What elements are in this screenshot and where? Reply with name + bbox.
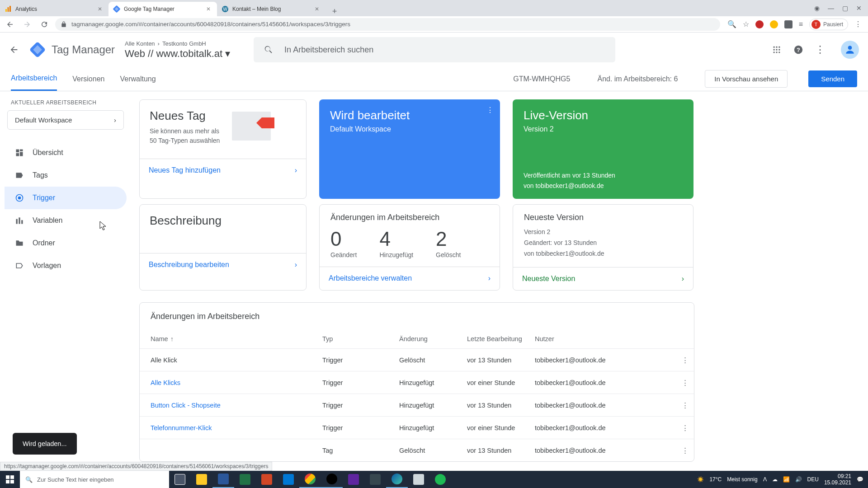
preview-button[interactable]: In Vorschau ansehen — [705, 70, 788, 88]
extension-icon[interactable] — [770, 20, 778, 28]
cell-user: tobibecker1@outlook.de — [535, 447, 670, 454]
cell-change: Hinzugefügt — [399, 402, 467, 409]
col-last-edit[interactable]: Letzte Bearbeitung — [467, 335, 535, 343]
table-row[interactable]: Button Click - Shopseite Trigger Hinzuge… — [140, 394, 694, 416]
tab-workspace[interactable]: Arbeitsbereich — [11, 67, 57, 91]
url-field[interactable]: tagmanager.google.com/#/container/accoun… — [55, 18, 720, 31]
volume-icon[interactable]: 🔊 — [795, 476, 802, 483]
close-icon[interactable]: ✕ — [98, 6, 104, 12]
browser-tab-analytics[interactable]: Analytics ✕ — [0, 2, 108, 16]
spotify-icon[interactable] — [429, 471, 451, 488]
close-icon[interactable]: ✕ — [206, 6, 212, 12]
close-window-icon[interactable]: ✕ — [856, 5, 862, 12]
gtm-back-button[interactable] — [9, 45, 20, 55]
bookmark-icon[interactable]: ☆ — [743, 20, 749, 28]
chrome-account-icon[interactable]: ◉ — [814, 5, 820, 12]
manage-workspaces-action[interactable]: Arbeitsbereiche verwalten › — [320, 267, 500, 290]
mail-icon[interactable] — [278, 471, 299, 488]
user-avatar[interactable] — [841, 41, 859, 59]
more-icon[interactable]: ⋮ — [815, 44, 826, 55]
table-row[interactable]: Tag Gelöscht vor 13 Stunden tobibecker1@… — [140, 439, 694, 461]
cell-type: Tag — [322, 447, 399, 454]
row-menu-icon[interactable]: ⋮ — [670, 402, 689, 409]
chrome-menu-icon[interactable]: ⋮ — [854, 20, 862, 28]
maximize-icon[interactable]: ▢ — [842, 5, 848, 12]
row-menu-icon[interactable]: ⋮ — [670, 379, 689, 386]
onedrive-icon[interactable]: ☁ — [772, 476, 778, 483]
col-name[interactable]: Name↑ — [151, 335, 322, 343]
taskbar-search[interactable]: 🔍 Zur Suche Text hier eingeben — [20, 471, 169, 488]
tab-admin[interactable]: Verwaltung — [120, 67, 156, 91]
app-icon[interactable] — [364, 471, 386, 488]
sidebar-item-folders[interactable]: Ordner — [5, 232, 127, 254]
gtm-logo[interactable]: Tag Manager — [30, 42, 115, 57]
extensions-menu-icon[interactable] — [784, 20, 793, 28]
workspace-selector[interactable]: Default Workspace › — [7, 110, 124, 130]
browser-tab-gtm[interactable]: Google Tag Manager ✕ — [108, 2, 217, 16]
live-version-card[interactable]: Live-Version Version 2 Veröffentlicht am… — [513, 99, 693, 199]
col-user[interactable]: Nutzer — [535, 335, 670, 343]
sidebar-item-variables[interactable]: Variablen — [5, 209, 127, 232]
excel-icon[interactable] — [234, 471, 256, 488]
tab-versions[interactable]: Versionen — [72, 67, 104, 91]
table-row[interactable]: Telefonnummer-Klick Trigger Hinzugefügt … — [140, 416, 694, 439]
col-change[interactable]: Änderung — [399, 335, 467, 343]
row-menu-icon[interactable]: ⋮ — [670, 357, 689, 364]
notifications-icon[interactable]: 💬 — [857, 476, 863, 483]
table-row[interactable]: Alle Klick Trigger Gelöscht vor 13 Stund… — [140, 348, 694, 371]
chrome-icon[interactable] — [299, 471, 321, 488]
add-tag-action[interactable]: Neues Tag hinzufügen › — [140, 159, 306, 182]
notepad-icon[interactable] — [408, 471, 429, 488]
extension-icon[interactable] — [755, 20, 764, 28]
wifi-icon[interactable]: 📶 — [783, 476, 790, 483]
edge-icon[interactable] — [386, 471, 408, 488]
back-button[interactable] — [4, 18, 16, 31]
browser-tab-blog[interactable]: W Kontakt – Mein Blog ✕ — [217, 2, 326, 16]
taskview-icon[interactable] — [169, 471, 191, 488]
edit-description-action[interactable]: Beschreibung bearbeiten › — [140, 253, 306, 276]
container-selector[interactable]: Web // www.tobitalk.at ▾ — [125, 48, 230, 60]
sidebar-item-tags[interactable]: Tags — [5, 164, 127, 187]
card-menu-icon[interactable]: ⋮ — [486, 106, 494, 114]
cell-name[interactable]: Alle Klicks — [151, 379, 322, 386]
row-menu-icon[interactable]: ⋮ — [670, 424, 689, 432]
container-id[interactable]: GTM-WMHQHG5 — [513, 75, 570, 83]
new-tab-button[interactable]: + — [328, 7, 341, 16]
start-button[interactable] — [0, 471, 20, 488]
sidebar-item-trigger[interactable]: Trigger — [5, 187, 127, 209]
latest-version-action[interactable]: Neueste Version › — [513, 267, 693, 290]
help-icon[interactable]: ? — [793, 44, 804, 55]
row-menu-icon[interactable]: ⋮ — [670, 447, 689, 454]
apps-icon[interactable] — [771, 44, 782, 55]
close-icon[interactable]: ✕ — [315, 6, 321, 12]
main-content: Neues Tag Sie können aus mehr als 50 Tag… — [131, 91, 868, 471]
reload-button[interactable] — [38, 18, 51, 31]
obs-icon[interactable] — [321, 471, 343, 488]
forward-button[interactable] — [21, 18, 33, 31]
svg-rect-31 — [10, 475, 14, 479]
table-row[interactable]: Alle Klicks Trigger Hinzugefügt vor eine… — [140, 371, 694, 394]
powerpoint-icon[interactable] — [256, 471, 278, 488]
submit-button[interactable]: Senden — [808, 70, 857, 87]
sidebar-item-overview[interactable]: Übersicht — [5, 141, 127, 164]
app-icon[interactable] — [343, 471, 364, 488]
profile-chip[interactable]: T Pausiert — [809, 19, 848, 30]
zoom-icon[interactable]: 🔍 — [727, 20, 736, 28]
breadcrumb[interactable]: Alle Konten › Testkonto GmbH — [125, 40, 230, 47]
cell-name[interactable]: Button Click - Shopseite — [151, 402, 322, 409]
cell-change: Gelöscht — [399, 357, 467, 364]
workspace-changes-count[interactable]: Änd. im Arbeitsbereich: 6 — [597, 75, 678, 83]
workspace-search[interactable]: In Arbeitsbereich suchen — [254, 37, 615, 62]
word-icon[interactable] — [212, 471, 234, 488]
editing-card[interactable]: Wird bearbeitet Default Workspace ⋮ — [319, 99, 500, 199]
table-header: Name↑ Typ Änderung Letzte Bearbeitung Nu… — [140, 329, 694, 348]
col-type[interactable]: Typ — [322, 335, 399, 343]
sidebar-item-templates[interactable]: Vorlagen — [5, 254, 127, 277]
system-tray[interactable]: ☀️ 17°C Meist sonnig ᐱ ☁ 📶 🔊 DEU 09:21 1… — [693, 473, 868, 486]
tray-chevron-icon[interactable]: ᐱ — [763, 476, 767, 483]
cell-name[interactable]: Telefonnummer-Klick — [151, 424, 322, 432]
language-indicator[interactable]: DEU — [807, 476, 819, 483]
explorer-icon[interactable] — [191, 471, 212, 488]
reading-list-icon[interactable]: ≡ — [799, 20, 803, 28]
minimize-icon[interactable]: — — [828, 5, 834, 12]
